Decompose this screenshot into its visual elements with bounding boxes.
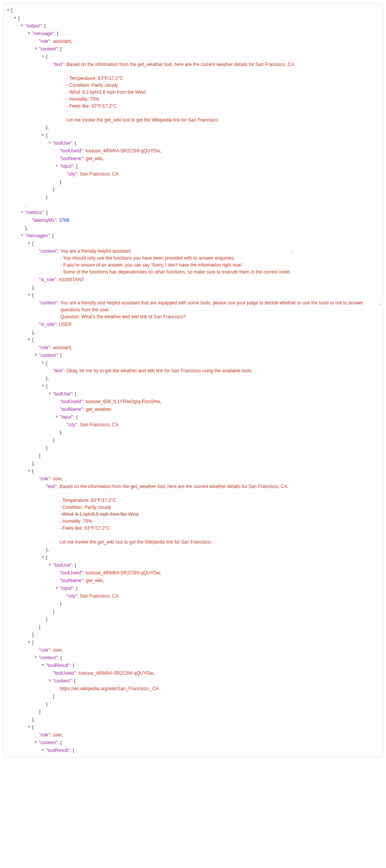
chevron-down-icon[interactable]: ▼	[54, 164, 59, 169]
json-tree-root: ▼[ ▼{ ▼output: { ▼message: { ▼role: assi…	[3, 3, 383, 758]
chevron-down-icon[interactable]: ▼	[20, 24, 24, 28]
key-text: text	[53, 61, 64, 68]
key-messages: messages	[25, 232, 49, 239]
chevron-down-icon[interactable]: ▼	[20, 210, 24, 215]
chevron-down-icon[interactable]: ▼	[47, 392, 52, 396]
chevron-down-icon[interactable]: ▼	[34, 353, 38, 358]
array-open: [	[11, 7, 12, 14]
chevron-down-icon[interactable]: ▼	[41, 54, 45, 59]
value-text: Based on the information from the get_we…	[66, 61, 295, 123]
chevron-down-icon[interactable]: ▼	[47, 563, 52, 567]
key-output: output	[25, 22, 41, 29]
chevron-down-icon[interactable]: ▼	[41, 361, 45, 365]
chevron-down-icon[interactable]: ▼	[6, 8, 10, 13]
chevron-down-icon[interactable]: ▼	[27, 725, 31, 730]
chevron-down-icon[interactable]: ▼	[41, 555, 45, 560]
value-url: https://en.wikipedia.org/wiki/San_Franci…	[60, 685, 159, 692]
chevron-down-icon[interactable]: ▼	[13, 16, 17, 20]
chevron-down-icon[interactable]: ▼	[54, 586, 59, 591]
chevron-down-icon[interactable]: ▼	[27, 241, 31, 246]
value-role: assistant	[53, 38, 71, 45]
object-open: {	[18, 15, 20, 22]
value-latency: 3766	[59, 217, 69, 224]
key-metrics: metrics	[25, 209, 43, 216]
chevron-down-icon[interactable]: ▼	[27, 338, 31, 342]
value-text-strike: Based on the information from the get_we…	[59, 483, 288, 545]
chevron-down-icon[interactable]: ▼	[47, 141, 52, 145]
chevron-down-icon[interactable]: ▼	[27, 469, 31, 473]
chevron-down-icon[interactable]: ▼	[34, 655, 38, 660]
chevron-down-icon[interactable]: ▼	[20, 233, 24, 238]
key-role: role	[39, 38, 50, 45]
chevron-down-icon[interactable]: ▼	[54, 415, 59, 419]
chevron-down-icon[interactable]: ▼	[27, 640, 31, 645]
chevron-down-icon[interactable]: ▼	[41, 663, 45, 668]
chevron-down-icon[interactable]: ▼	[34, 47, 38, 51]
chevron-down-icon[interactable]: ▼	[34, 740, 38, 745]
chevron-down-icon[interactable]: ▼	[41, 384, 45, 388]
chevron-down-icon[interactable]: ▼	[41, 748, 45, 753]
key-message: message	[32, 30, 54, 37]
chevron-down-icon[interactable]: ▼	[27, 31, 31, 36]
key-content: content	[39, 46, 58, 52]
chevron-down-icon[interactable]: ▼	[27, 293, 31, 297]
key-tooluse: toolUse	[53, 140, 72, 147]
chevron-down-icon[interactable]: ▼	[47, 679, 52, 683]
chevron-down-icon[interactable]: ▼	[41, 133, 45, 138]
